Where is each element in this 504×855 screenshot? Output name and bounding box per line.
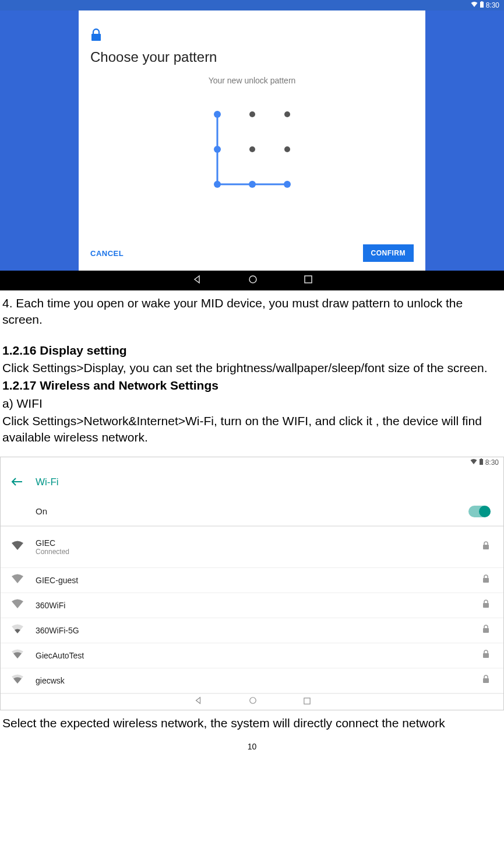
svg-rect-22 bbox=[483, 653, 489, 658]
wifi-toggle-row: On bbox=[1, 497, 503, 527]
wifi-status: Connected bbox=[36, 548, 482, 556]
wifi-status-icon bbox=[471, 1, 478, 9]
pattern-subtitle: Your new unlock pattern bbox=[90, 76, 414, 85]
svg-point-7 bbox=[284, 111, 290, 117]
back-icon[interactable] bbox=[194, 696, 202, 707]
recent-icon[interactable] bbox=[304, 696, 311, 707]
wifi-network-item[interactable]: GiecAutoTest bbox=[1, 643, 503, 668]
wifi-settings-screenshot: 8:30 Wi-Fi On GIEC Connected GIE bbox=[0, 457, 504, 710]
wifi-network-item[interactable]: 360WiFi bbox=[1, 593, 503, 618]
nav-bar-2 bbox=[1, 693, 503, 710]
pattern-grid[interactable] bbox=[200, 97, 305, 202]
wifi-name: 360WiFi-5G bbox=[36, 626, 482, 635]
doc-p3: a) WIFI bbox=[2, 395, 502, 412]
doc-p5: Select the expected wireless network, th… bbox=[2, 715, 502, 731]
home-icon[interactable] bbox=[248, 275, 258, 286]
svg-point-24 bbox=[249, 698, 256, 704]
wifi-toggle-label: On bbox=[36, 506, 47, 516]
lock-icon bbox=[90, 28, 414, 44]
confirm-button[interactable]: CONFIRM bbox=[363, 244, 414, 262]
page-number: 10 bbox=[0, 742, 504, 757]
wifi-status-icon-2 bbox=[470, 458, 477, 467]
wifi-network-item[interactable]: 360WiFi-5G bbox=[1, 618, 503, 643]
document-body: 4. Each time you open or wake your MID d… bbox=[0, 290, 504, 446]
wifi-name: GIEC bbox=[36, 538, 482, 548]
battery-icon bbox=[480, 1, 484, 9]
wifi-name: 360WiFi bbox=[36, 601, 482, 610]
doc-h1: 1.2.16 Display setting bbox=[2, 344, 127, 357]
svg-point-14 bbox=[249, 276, 256, 283]
svg-rect-2 bbox=[91, 34, 101, 41]
wifi-signal-icon bbox=[11, 574, 25, 587]
wifi-page-title: Wi-Fi bbox=[36, 476, 59, 488]
lock-icon bbox=[482, 650, 489, 661]
home-icon[interactable] bbox=[249, 696, 257, 707]
status-bar-2: 8:30 bbox=[1, 457, 503, 468]
wifi-signal-icon bbox=[11, 649, 25, 662]
wifi-signal-icon bbox=[11, 624, 25, 637]
pattern-title: Choose your pattern bbox=[90, 49, 414, 65]
doc-h2: 1.2.17 Wireless and Network Settings bbox=[2, 379, 218, 392]
pattern-screen-bg: Choose your pattern Your new unlock patt… bbox=[0, 10, 504, 271]
svg-rect-20 bbox=[483, 603, 489, 608]
svg-rect-17 bbox=[481, 458, 482, 459]
doc-p2: Click Settings>Display, you can set the … bbox=[2, 360, 502, 376]
svg-rect-15 bbox=[305, 276, 312, 283]
wifi-header: Wi-Fi bbox=[1, 468, 503, 497]
svg-rect-18 bbox=[483, 545, 489, 549]
doc-p4: Click Settings>Network&Internet>Wi-Fi, t… bbox=[2, 413, 502, 446]
lock-icon bbox=[482, 625, 489, 636]
svg-point-13 bbox=[284, 181, 291, 188]
pattern-lock-screenshot: 8:30 Choose your pattern Your new unlock… bbox=[0, 0, 504, 290]
svg-point-6 bbox=[249, 111, 255, 117]
back-icon[interactable] bbox=[192, 275, 202, 286]
svg-rect-16 bbox=[480, 459, 483, 465]
svg-point-5 bbox=[214, 111, 221, 118]
wifi-toggle-switch[interactable] bbox=[468, 506, 489, 517]
document-body-2: Select the expected wireless network, th… bbox=[0, 710, 504, 731]
pattern-card: Choose your pattern Your new unlock patt… bbox=[79, 10, 425, 271]
status-time-2: 8:30 bbox=[485, 458, 499, 467]
back-arrow-icon[interactable] bbox=[11, 476, 23, 489]
svg-rect-25 bbox=[304, 698, 309, 704]
svg-rect-23 bbox=[483, 678, 489, 683]
lock-icon bbox=[482, 541, 489, 552]
svg-rect-1 bbox=[481, 1, 482, 2]
svg-rect-0 bbox=[480, 2, 484, 8]
wifi-network-item[interactable]: GIEC Connected bbox=[1, 527, 503, 568]
lock-icon bbox=[482, 574, 489, 586]
wifi-name: giecwsk bbox=[36, 676, 482, 685]
svg-point-9 bbox=[249, 146, 255, 152]
svg-point-8 bbox=[214, 146, 221, 153]
wifi-network-item[interactable]: giecwsk bbox=[1, 668, 503, 693]
nav-bar bbox=[0, 271, 504, 290]
wifi-info: GIEC Connected bbox=[36, 538, 482, 556]
status-bar: 8:30 bbox=[0, 0, 504, 10]
svg-point-11 bbox=[214, 181, 221, 188]
svg-point-10 bbox=[284, 146, 290, 152]
recent-icon[interactable] bbox=[304, 275, 312, 286]
wifi-list: GIEC Connected GIEC-guest 360WiFi bbox=[1, 527, 503, 693]
cancel-button[interactable]: CANCEL bbox=[90, 249, 124, 258]
svg-point-12 bbox=[249, 181, 256, 188]
wifi-signal-icon bbox=[11, 599, 25, 612]
wifi-name: GIEC-guest bbox=[36, 576, 482, 585]
wifi-name: GiecAutoTest bbox=[36, 651, 482, 660]
lock-icon bbox=[482, 600, 489, 611]
svg-rect-19 bbox=[483, 578, 489, 583]
battery-icon-2 bbox=[480, 458, 483, 467]
wifi-network-item[interactable]: GIEC-guest bbox=[1, 568, 503, 593]
status-time: 8:30 bbox=[486, 1, 499, 9]
wifi-signal-icon bbox=[11, 541, 25, 553]
wifi-signal-icon bbox=[11, 674, 25, 687]
card-footer: CANCEL CONFIRM bbox=[90, 244, 414, 262]
svg-rect-21 bbox=[483, 628, 489, 633]
doc-p1: 4. Each time you open or wake your MID d… bbox=[2, 295, 502, 328]
lock-icon bbox=[482, 675, 489, 686]
